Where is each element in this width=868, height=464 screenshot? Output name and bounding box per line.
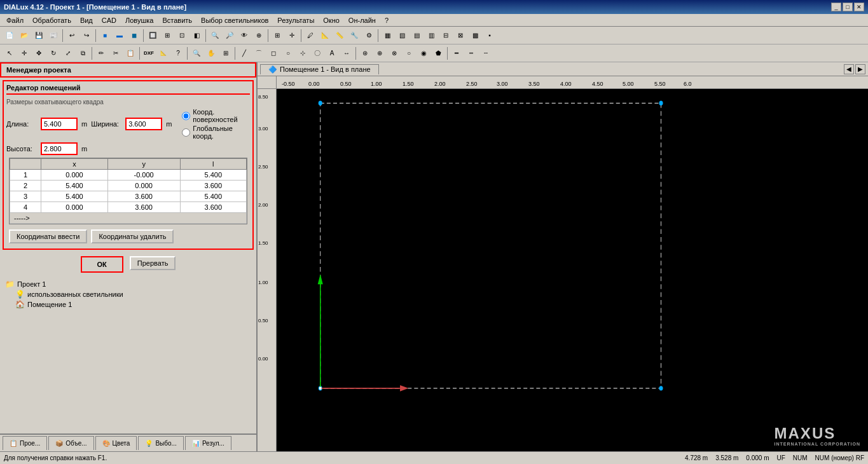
menu-view[interactable]: Вид (76, 16, 97, 25)
tb-grid[interactable]: ⊞ (270, 29, 284, 43)
radio-global[interactable] (182, 128, 190, 137)
maximize-button[interactable]: □ (843, 3, 853, 11)
tb2-draw2[interactable]: ⌒ (252, 46, 266, 60)
tb-pdf[interactable]: 📰 (46, 29, 60, 43)
tb2-draw8[interactable]: ↔ (340, 46, 354, 60)
radio-surface[interactable] (182, 112, 190, 120)
tb2-zoom-in[interactable]: 🔍 (189, 46, 203, 60)
nav-next[interactable]: ▶ (855, 64, 865, 74)
tb2-line3[interactable]: ╌ (479, 46, 493, 60)
tb2-draw7[interactable]: A (325, 46, 339, 60)
tb-r7[interactable]: ▩ (468, 29, 482, 43)
tb2-s1[interactable]: ⊛ (358, 46, 372, 60)
menu-insert[interactable]: Вставить (158, 16, 196, 25)
tb-snap[interactable]: ✛ (285, 29, 299, 43)
tb-r8[interactable]: ▪ (483, 29, 497, 43)
tb-misc5[interactable]: ⚙ (362, 29, 376, 43)
tb2-edit2[interactable]: ✂ (109, 46, 123, 60)
tb2-draw1[interactable]: ╱ (237, 46, 251, 60)
menu-edit[interactable]: Обработать (29, 16, 75, 25)
tb-r4[interactable]: ▥ (424, 29, 438, 43)
enter-coords-button[interactable]: Координаты ввести (9, 229, 87, 243)
window-controls[interactable]: _ □ ✕ (831, 3, 864, 11)
tb2-s3[interactable]: ⊗ (387, 46, 401, 60)
tb2-line2[interactable]: ┅ (464, 46, 478, 60)
tb2-draw4[interactable]: ○ (281, 46, 295, 60)
tb2-move[interactable]: ✥ (32, 46, 46, 60)
tb2-fit[interactable]: ⊞ (219, 46, 233, 60)
menu-window[interactable]: Окно (319, 16, 343, 25)
tb-r3[interactable]: ▤ (410, 29, 424, 43)
tb2-s5[interactable]: ◉ (417, 46, 431, 60)
tb2-draw6[interactable]: 〇 (310, 46, 324, 60)
tb-misc4[interactable]: 🔧 (347, 29, 361, 43)
tb-tool3[interactable]: ⊡ (175, 29, 189, 43)
tb2-num1[interactable]: 📐 (156, 46, 170, 60)
cad-tab[interactable]: 🔷 Помещение 1 - Вид в плане (260, 64, 379, 74)
tb2-s2[interactable]: ⊕ (373, 46, 387, 60)
tb-blue2[interactable]: ▬ (113, 29, 127, 43)
menu-trap[interactable]: Ловушка (121, 16, 157, 25)
ok-button[interactable]: ОК (81, 256, 123, 273)
tab-colors[interactable]: 🎨 Цвета (95, 436, 137, 450)
tb-open[interactable]: 📂 (17, 29, 31, 43)
tb2-line1[interactable]: ━ (450, 46, 464, 60)
menu-lights[interactable]: Выбор светильников (197, 16, 272, 25)
tab-objects[interactable]: 📦 Объе... (48, 436, 93, 450)
tb-view1[interactable]: 🔍 (208, 29, 222, 43)
tb-misc3[interactable]: 📏 (333, 29, 347, 43)
tb2-s4[interactable]: ○ (402, 46, 416, 60)
tb2-scale[interactable]: ⤢ (61, 46, 75, 60)
tb-redo[interactable]: ↪ (79, 29, 93, 43)
tree-root[interactable]: 📁 Проект 1 (5, 279, 251, 289)
tb2-edit3[interactable]: 📋 (123, 46, 137, 60)
cad-nav: ◀ ▶ (844, 64, 865, 74)
menu-cad[interactable]: CAD (98, 16, 120, 25)
tb-blue3[interactable]: ◼ (127, 29, 141, 43)
tb2-num2[interactable]: ? (171, 46, 185, 60)
cancel-button[interactable]: Прервать (130, 256, 176, 270)
tb-undo[interactable]: ↩ (65, 29, 79, 43)
tb-view4[interactable]: ⊕ (252, 29, 266, 43)
minimize-button[interactable]: _ (831, 3, 841, 11)
height-input[interactable] (41, 142, 78, 155)
tb-save[interactable]: 💾 (32, 29, 46, 43)
width-input[interactable] (125, 118, 162, 130)
tb2-cross[interactable]: ✛ (17, 46, 31, 60)
tb-r1[interactable]: ▦ (380, 29, 394, 43)
menu-results[interactable]: Результаты (273, 16, 318, 25)
tb-r6[interactable]: ⊠ (453, 29, 467, 43)
tb-view3[interactable]: 👁 (237, 29, 251, 43)
close-button[interactable]: ✕ (854, 3, 864, 11)
tree-room[interactable]: 🏠 Помещение 1 (5, 299, 251, 310)
delete-coords-button[interactable]: Координаты удалить (91, 229, 174, 243)
tb-misc2[interactable]: 📐 (318, 29, 332, 43)
tb-tool2[interactable]: ⊞ (160, 29, 174, 43)
tb-view2[interactable]: 🔎 (223, 29, 237, 43)
tb-new[interactable]: 📄 (3, 29, 17, 43)
tb-tool1[interactable]: 🔲 (146, 29, 160, 43)
tab-select[interactable]: 💡 Выбо... (138, 436, 183, 450)
tb2-rot[interactable]: ↻ (46, 46, 60, 60)
tb-r5[interactable]: ⊟ (439, 29, 453, 43)
menu-file[interactable]: Файл (3, 16, 27, 25)
length-input[interactable] (41, 118, 78, 130)
tb2-s6[interactable]: ⬟ (431, 46, 445, 60)
tb2-draw5[interactable]: ⊹ (296, 46, 310, 60)
menu-help[interactable]: ? (381, 16, 392, 25)
tb2-dxf[interactable]: DXF (142, 46, 156, 60)
tb-misc1[interactable]: 🖊 (303, 29, 317, 43)
tab-results[interactable]: 📊 Резул... (185, 436, 231, 450)
tb2-hand[interactable]: ✋ (204, 46, 218, 60)
tb2-sel[interactable]: ↖ (3, 46, 17, 60)
tb-tool4[interactable]: ◧ (189, 29, 203, 43)
nav-prev[interactable]: ◀ (844, 64, 854, 74)
menu-online[interactable]: Он-лайн (345, 16, 380, 25)
tree-lights[interactable]: 💡 использованных светильники (5, 289, 251, 299)
tb-blue1[interactable]: ■ (98, 29, 112, 43)
tb2-copy[interactable]: ⧉ (76, 46, 90, 60)
tb-r2[interactable]: ▧ (395, 29, 409, 43)
tab-project[interactable]: 📋 Прое... (3, 436, 47, 450)
tb2-draw3[interactable]: ◻ (266, 46, 280, 60)
tb2-edit1[interactable]: ✏ (94, 46, 108, 60)
